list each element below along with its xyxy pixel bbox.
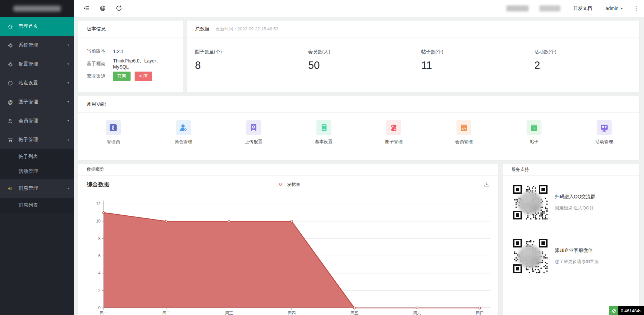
stat-label: 活动数(个) (534, 49, 639, 55)
submenu-item[interactable]: 消息列表 (0, 198, 74, 213)
submenu-item[interactable]: 活动管理 (0, 164, 74, 179)
stat-item: 活动数(个)2 (526, 49, 639, 72)
feature-item[interactable]: 管理员 (78, 120, 148, 145)
sidebar-item-label: 管理首页 (19, 23, 70, 29)
official-site-button[interactable]: 官网 (113, 72, 131, 81)
feature-label: 会员管理 (455, 139, 473, 145)
data-overview-card: 数据概览 综合数据 发帖量 024681012周一周二周三周四周五周六周日 (78, 164, 498, 315)
svg-text:8: 8 (98, 236, 101, 241)
admin-dashboard: 管理首页系统管理▼配置管理▼站点设置▼@圈子管理▼会员管理▼帖子管理▲帖子列表活… (0, 0, 644, 315)
features-row: 管理员角色管理上传配置基本设置圈子管理会员管理帖子活动管理 (78, 113, 639, 145)
support-item: 扫码进入QQ交流群 疑难疑点 进入QQ群 (503, 176, 639, 229)
submenu: 帖子列表活动管理 (0, 149, 74, 179)
stats-row: 圈子数量(个)8会员数(人)50帖子数(个)11活动数(个)2 (187, 37, 639, 72)
sidebar-item-6[interactable]: 帖子管理▲ (0, 130, 74, 149)
feature-item[interactable]: 会员管理 (429, 120, 499, 145)
stat-item: 会员数(人)50 (300, 49, 413, 72)
refresh-icon[interactable] (116, 5, 122, 12)
at-icon: @ (7, 99, 14, 106)
version-card: 版本信息 当前版本 1.2.1 基于框架 ThinkPhp6.0、Layer、M… (78, 21, 183, 92)
legend-label: 发帖量 (287, 182, 300, 188)
community-button[interactable]: 社区 (135, 72, 152, 81)
stat-value: 50 (308, 59, 413, 72)
bag-icon (527, 120, 541, 135)
support-list: 扫码进入QQ交流群 疑难疑点 进入QQ群 添加企业客服微信 想了解更多请添加客服 (503, 176, 639, 283)
svg-text:周六: 周六 (413, 311, 421, 315)
svg-text:6: 6 (98, 254, 101, 258)
dev-docs-link[interactable]: 开发文档 (573, 5, 592, 11)
legend-marker-icon (276, 183, 285, 186)
totals-card-title: 总数据 (195, 26, 209, 32)
chevron-down-icon: ▼ (67, 44, 70, 47)
content-area: 版本信息 当前版本 1.2.1 基于框架 ThinkPhp6.0、Layer、M… (74, 17, 644, 315)
posts-area-chart: 024681012周一周二周三周四周五周六周日 (78, 193, 498, 315)
svg-text:12: 12 (96, 202, 101, 206)
sidebar-item-3[interactable]: 站点设置▼ (0, 74, 74, 93)
sidebar-item-label: 帖子管理 (19, 137, 67, 143)
support-item-title: 添加企业客服微信 (555, 247, 599, 254)
support-item-subtitle: 想了解更多请添加客服 (555, 259, 599, 265)
sidebar-menu: 管理首页系统管理▼配置管理▼站点设置▼@圈子管理▼会员管理▼帖子管理▲帖子列表活… (0, 17, 74, 213)
role-icon (176, 120, 191, 135)
sidebar-item-4[interactable]: @圈子管理▼ (0, 93, 74, 111)
feature-label: 管理员 (107, 139, 120, 145)
sidebar-item-2[interactable]: 配置管理▼ (0, 55, 74, 74)
gear-icon (7, 61, 14, 68)
feature-item[interactable]: 基本设置 (289, 120, 359, 145)
feature-item[interactable]: 圈子管理 (359, 120, 429, 145)
version-card-title: 版本信息 (78, 21, 183, 37)
submenu-item[interactable]: 帖子列表 (0, 149, 74, 164)
stat-label: 帖子数(个) (421, 49, 526, 55)
support-item-title: 扫码进入QQ交流群 (555, 194, 595, 200)
features-card: 常用功能 管理员角色管理上传配置基本设置圈子管理会员管理帖子活动管理 (78, 96, 639, 160)
stat-value: 2 (534, 59, 639, 72)
user-dropdown[interactable]: admin ▼ (606, 6, 623, 11)
user-icon (7, 117, 14, 125)
current-version-value: 1.2.1 (113, 49, 123, 54)
language-globe-icon[interactable] (100, 5, 106, 12)
chevron-down-icon: ▼ (620, 7, 623, 10)
support-card: 服务支持 扫码进入QQ交流群 疑难疑点 进入QQ群 添加企业客服微信 想了解更多… (503, 164, 639, 315)
chevron-down-icon: ▼ (67, 63, 70, 65)
redacted-topbar-item (539, 5, 560, 11)
sidebar: 管理首页系统管理▼配置管理▼站点设置▼@圈子管理▼会员管理▼帖子管理▲帖子列表活… (0, 0, 74, 315)
svg-text:周五: 周五 (350, 311, 358, 315)
sidebar-item-label: 消息管理 (19, 185, 67, 191)
sidebar-logo-bar (0, 0, 74, 17)
svg-text:周一: 周一 (100, 311, 108, 315)
feature-label: 角色管理 (175, 139, 192, 145)
sidebar-item-5[interactable]: 会员管理▼ (0, 111, 74, 130)
thinkphp-trace-badge[interactable]: 0.461484s (609, 306, 644, 315)
chevron-up-icon: ▲ (67, 187, 70, 190)
sidebar-item-label: 配置管理 (19, 61, 67, 67)
chart-legend[interactable]: 发帖量 (276, 182, 300, 188)
speaker-icon (7, 185, 14, 192)
feature-item[interactable]: 活动管理 (569, 120, 639, 145)
sidebar-item-label: 站点设置 (19, 80, 67, 86)
channel-row-label: 获取渠道 (87, 73, 113, 79)
svg-text:10: 10 (96, 219, 101, 224)
svg-text:2: 2 (98, 288, 101, 293)
svg-text:0: 0 (98, 306, 101, 310)
stat-item: 帖子数(个)11 (413, 49, 526, 72)
feature-label: 圈子管理 (385, 139, 402, 145)
svg-text:周四: 周四 (288, 311, 296, 315)
chart-title: 综合数据 (87, 181, 110, 188)
feature-label: 帖子 (530, 139, 538, 145)
qr-code-image (512, 184, 548, 220)
download-chart-icon[interactable] (484, 181, 490, 187)
svg-text:4: 4 (98, 271, 101, 275)
sidebar-item-0[interactable]: 管理首页 (0, 17, 74, 36)
feature-item[interactable]: 角色管理 (148, 120, 219, 145)
page-render-time: 0.461484s (618, 306, 644, 315)
sidebar-item-1[interactable]: 系统管理▼ (0, 36, 74, 55)
kebab-menu-icon[interactable]: ⋮ (633, 5, 639, 12)
feature-item[interactable]: 上传配置 (219, 120, 289, 145)
chevron-down-icon: ▼ (67, 120, 70, 122)
feature-item[interactable]: 帖子 (499, 120, 569, 145)
sidebar-item-7[interactable]: 消息管理▲ (0, 179, 74, 198)
home-icon (7, 23, 14, 30)
feature-label: 活动管理 (595, 139, 613, 145)
collapse-sidebar-icon[interactable] (83, 5, 90, 12)
sidebar-item-label: 圈子管理 (19, 99, 67, 105)
